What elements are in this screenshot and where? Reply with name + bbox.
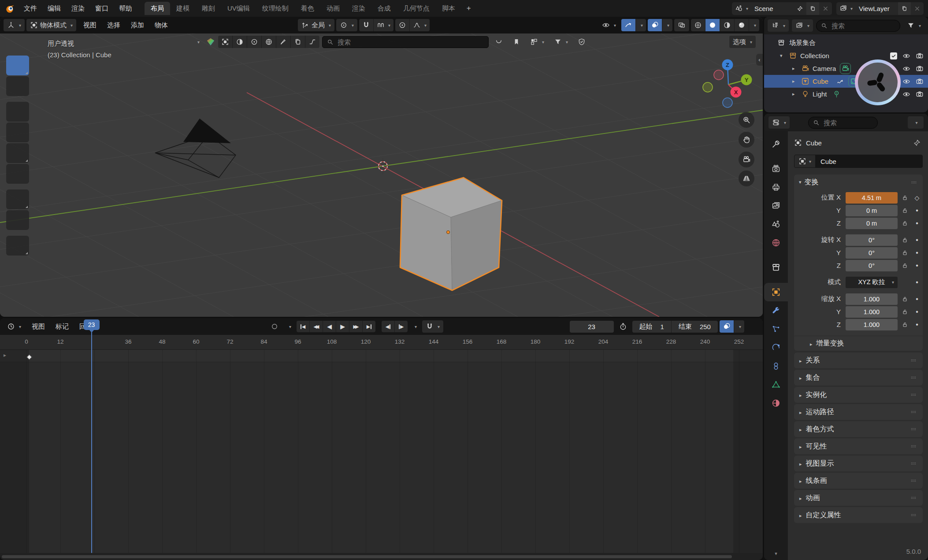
transform-value-field[interactable]: 4.51 m <box>846 192 898 204</box>
collapsed-panel[interactable]: 线条画 <box>794 473 923 489</box>
play-button[interactable] <box>336 321 349 332</box>
collapsed-panel[interactable]: 自定义属性 <box>794 507 923 523</box>
sidebar-collapse-tab[interactable] <box>756 54 763 66</box>
zoom-button[interactable] <box>739 112 754 128</box>
workspace-tab[interactable]: 渲染 <box>346 2 371 15</box>
lock-icon[interactable] <box>902 207 908 214</box>
material-filter-toggle[interactable] <box>232 36 247 48</box>
animate-dot[interactable] <box>912 236 922 244</box>
animate-dot[interactable] <box>912 194 922 201</box>
object-id-browse[interactable] <box>794 155 815 167</box>
workspace-tab[interactable]: 纹理绘制 <box>256 2 295 15</box>
workspace-tab[interactable]: 雕刻 <box>196 2 221 15</box>
outliner-row-collection[interactable]: Collection <box>764 49 928 62</box>
frame-end-field[interactable]: 结束 250 <box>671 321 718 333</box>
tab-collection[interactable] <box>764 258 788 277</box>
display-layout-dropdown[interactable] <box>527 36 548 48</box>
frame-back-button[interactable] <box>382 321 394 332</box>
snap-toggle[interactable] <box>359 19 373 31</box>
tab-particles[interactable] <box>764 320 788 338</box>
breadcrumb-object-name[interactable]: Cube <box>806 139 822 147</box>
viewlayer-browse-button[interactable] <box>836 2 856 15</box>
expander-icon[interactable] <box>792 91 801 97</box>
lock-icon[interactable] <box>902 249 908 256</box>
proportional-edit-toggle[interactable] <box>395 19 409 31</box>
transform-value-field[interactable]: XYZ 欧拉 <box>846 277 898 288</box>
timeline-channels[interactable] <box>0 350 763 553</box>
scene-collection-row[interactable]: 场景集合 <box>764 36 928 49</box>
collapsed-panel[interactable]: 着色方式 <box>794 421 923 437</box>
select-box-tool[interactable] <box>6 56 29 75</box>
collapsed-panel[interactable]: 关系 <box>794 352 923 368</box>
outliner-row-light[interactable]: Light <box>764 88 928 100</box>
xray-toggle[interactable] <box>674 19 689 31</box>
validate-button[interactable] <box>574 36 589 48</box>
outliner-row-camera[interactable]: Camera <box>764 62 928 75</box>
current-frame-field[interactable]: 23 <box>570 321 614 333</box>
outliner-filter-dropdown[interactable] <box>903 19 924 32</box>
animate-dot[interactable] <box>912 262 922 270</box>
bookmark-button[interactable] <box>509 36 524 48</box>
transform-value-field[interactable]: 0° <box>846 234 898 246</box>
image-filter-toggle[interactable] <box>290 36 305 48</box>
scene-browse-button[interactable] <box>732 2 751 15</box>
workspace-tab[interactable]: 建模 <box>170 2 196 15</box>
curve-filter-toggle[interactable] <box>305 36 319 48</box>
disable-in-renders-toggle[interactable] <box>916 52 924 60</box>
outliner-search[interactable] <box>816 20 900 32</box>
selectability-checkbox[interactable] <box>890 52 897 59</box>
pin-id-button[interactable] <box>913 139 921 147</box>
navigation-gizmo[interactable]: Z Y X <box>703 59 752 108</box>
tab-render[interactable] <box>764 159 788 178</box>
frame-forward-button[interactable] <box>395 321 408 332</box>
cursor-tool[interactable] <box>6 76 29 96</box>
tabs-overflow-chevron[interactable] <box>764 551 788 556</box>
tab-tool[interactable] <box>764 135 788 153</box>
properties-search-input[interactable] <box>823 119 873 127</box>
lock-icon[interactable] <box>902 321 908 328</box>
transform-value-field[interactable]: 1.000 <box>846 306 898 318</box>
keying-dropdown[interactable] <box>734 320 744 333</box>
add-workspace-button[interactable]: + <box>461 4 476 13</box>
tab-object-data[interactable] <box>764 375 788 394</box>
outliner-editor-type-button[interactable] <box>768 19 789 32</box>
falloff-dropdown[interactable] <box>409 19 430 31</box>
lock-icon[interactable] <box>902 296 908 302</box>
disable-in-renders-toggle[interactable] <box>916 78 924 85</box>
collapsed-panel[interactable]: 可见性 <box>794 438 923 454</box>
collapsed-panel[interactable]: 视图显示 <box>794 456 923 471</box>
timeline-ruler[interactable]: 0123648607284961081201321441561681801922… <box>0 335 763 350</box>
hide-in-viewport-toggle[interactable] <box>902 78 910 85</box>
tab-object[interactable] <box>764 283 788 301</box>
lock-icon[interactable] <box>902 237 908 243</box>
prev-keyframe-button[interactable] <box>310 321 323 332</box>
tab-modifiers[interactable] <box>764 301 788 320</box>
add-cube-tool[interactable] <box>6 236 29 256</box>
pivot-point-dropdown[interactable] <box>336 19 357 31</box>
measure-tool[interactable] <box>6 210 29 230</box>
hide-in-viewport-toggle[interactable] <box>902 90 910 98</box>
tab-material[interactable] <box>764 394 788 412</box>
animate-dot[interactable] <box>912 207 922 215</box>
brush-filter-toggle[interactable] <box>276 36 290 48</box>
transform-value-field[interactable]: 0 m <box>846 218 898 229</box>
pan-button[interactable] <box>739 132 754 148</box>
show-gizmo-toggle[interactable] <box>621 19 635 31</box>
workspace-tab[interactable]: 几何节点 <box>397 2 436 15</box>
workspace-tab[interactable]: 合成 <box>371 2 397 15</box>
lock-icon[interactable] <box>902 262 908 269</box>
timeline-editor-type-button[interactable] <box>4 320 25 333</box>
transform-value-field[interactable]: 0° <box>846 247 898 259</box>
auto-keying-toggle[interactable] <box>267 320 282 333</box>
jump-to-end-button[interactable] <box>363 321 375 332</box>
workspace-tab[interactable]: 脚本 <box>436 2 461 15</box>
delta-transform-panel[interactable]: 增量变换 <box>794 336 923 351</box>
animate-dot[interactable] <box>912 219 922 227</box>
outliner-row-cube[interactable]: Cube <box>764 75 928 88</box>
outliner-display-mode-button[interactable] <box>792 19 813 32</box>
tab-constraints[interactable] <box>764 357 788 375</box>
rotate-tool[interactable] <box>6 122 29 142</box>
workspace-tab[interactable]: 动画 <box>320 2 346 15</box>
shading-solid-toggle[interactable] <box>705 19 720 31</box>
viewport-menu-item[interactable]: 视图 <box>78 19 102 31</box>
